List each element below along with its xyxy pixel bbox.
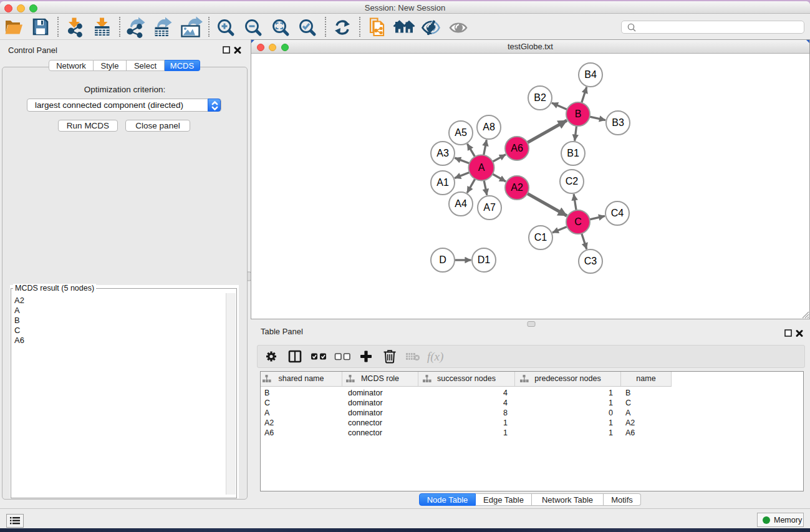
svg-text:D1: D1 [478, 254, 491, 265]
svg-text:C: C [574, 216, 582, 227]
svg-text:B3: B3 [612, 117, 624, 128]
svg-text:C3: C3 [584, 256, 597, 266]
svg-text:f(x): f(x) [427, 350, 443, 364]
svg-text:A6: A6 [511, 143, 523, 153]
svg-text:A7: A7 [483, 202, 496, 213]
svg-text:A5: A5 [455, 127, 467, 138]
svg-text:B4: B4 [584, 69, 597, 80]
svg-text:B1: B1 [567, 148, 579, 158]
svg-text:C4: C4 [611, 208, 624, 218]
svg-text:B: B [575, 109, 582, 119]
svg-text:A1: A1 [436, 177, 449, 188]
svg-text:A: A [478, 162, 485, 173]
svg-text:A3: A3 [436, 148, 449, 158]
svg-text:B2: B2 [534, 92, 546, 103]
svg-text:C1: C1 [534, 232, 547, 243]
svg-text:A2: A2 [511, 182, 523, 193]
svg-text:A4: A4 [455, 198, 467, 209]
svg-text:C2: C2 [566, 176, 579, 186]
svg-text:D: D [439, 254, 446, 265]
svg-text:A8: A8 [483, 122, 495, 132]
